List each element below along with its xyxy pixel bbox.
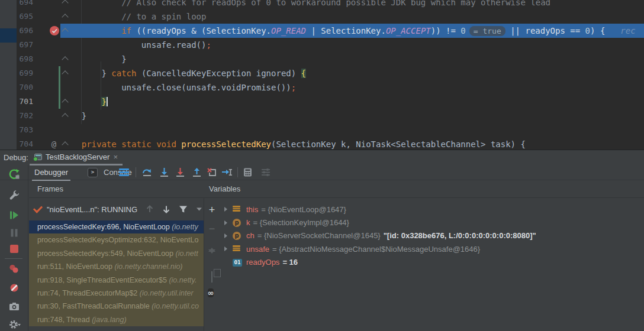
variable-name: ch <box>246 231 255 240</box>
code-line-698[interactable]: 698 } <box>0 52 644 66</box>
down-arrow-icon[interactable] <box>162 205 170 213</box>
line-number[interactable]: 697 <box>15 38 33 52</box>
tab-debugger-label: Debugger <box>34 168 68 177</box>
code-line-695[interactable]: 695 // to a spin loop <box>0 9 644 24</box>
thread-dump-camera-icon[interactable] <box>8 301 20 313</box>
line-number[interactable]: 699 <box>15 66 33 80</box>
code-text: } catch (CancelledKeyException ignored) … <box>62 66 644 80</box>
code-line-703[interactable]: 703 <box>0 123 644 137</box>
frame-location: processSelectedKeys:549, NioEventLoop <box>37 249 175 258</box>
line-number[interactable]: 703 <box>15 123 33 137</box>
thread-name: "nioEventL...n": RUNNING <box>47 205 137 214</box>
restore-layout-icon[interactable] <box>119 165 129 180</box>
evaluate-expression-icon[interactable] <box>243 165 253 180</box>
chevron-down-icon[interactable] <box>196 207 202 212</box>
frame-row[interactable]: run:511, NioEventLoop (io.netty.channel.… <box>29 260 204 273</box>
mute-breakpoints-icon[interactable] <box>8 282 20 294</box>
thread-selector[interactable]: "nioEventL...n": RUNNING <box>29 198 204 220</box>
code-lines: 694 // Also check for readOps of 0 to wo… <box>0 0 644 150</box>
code-line-702[interactable]: 702 } <box>0 109 644 123</box>
expand-arrow-icon[interactable] <box>224 207 227 212</box>
app-window-icon <box>34 154 42 160</box>
up-arrow-icon <box>146 205 154 213</box>
toolbar-separator <box>237 167 238 177</box>
frame-row[interactable]: processSelectedKeysOptimized:632, NioEve… <box>29 233 204 246</box>
settings-gear-icon[interactable] <box>8 319 20 330</box>
frame-row[interactable]: processSelectedKeys:549, NioEventLoop (i… <box>29 247 204 260</box>
line-number[interactable]: 698 <box>15 52 33 66</box>
view-breakpoints-icon[interactable] <box>8 263 20 275</box>
debug-header: Debug: TestBacklogServer × <box>0 150 644 165</box>
resume-icon[interactable] <box>8 209 20 221</box>
debug-toolbar: Debugger > Console <box>0 165 644 180</box>
primitive-value-icon: 01 <box>233 259 242 267</box>
step-into-icon[interactable] <box>159 165 169 180</box>
code-line-700[interactable]: 700 unsafe.close(unsafe.voidPromise()); <box>0 80 644 95</box>
code-line-699[interactable]: 699 } catch (CancelledKeyException ignor… <box>0 66 644 80</box>
variable-row[interactable]: pch= {NioServerSocketChannel@1645}"[id: … <box>220 229 644 242</box>
run-to-cursor-icon[interactable] <box>221 165 232 180</box>
filter-funnel-icon[interactable] <box>179 205 188 213</box>
frame-location: run:74, ThreadExecutorMap$2 <box>37 289 140 297</box>
expand-arrow-icon[interactable] <box>224 246 227 251</box>
variable-value: = {NioEventLoop@1647} <box>261 205 346 214</box>
line-number[interactable]: 702 <box>15 109 33 123</box>
frame-package: (io.netty <box>172 223 198 231</box>
parameter-icon: p <box>233 219 241 227</box>
variable-row[interactable]: 01readyOps= 16 <box>220 256 644 269</box>
code-text: // to a spin loop <box>62 9 644 24</box>
code-line-696[interactable]: 696 if ((readyOps & (SelectionKey.OP_REA… <box>0 24 644 38</box>
code-line-697[interactable]: 697 unsafe.read(); <box>0 38 644 52</box>
code-line-701[interactable]: 701 } <box>0 95 644 109</box>
frame-row[interactable]: run:918, SingleThreadEventExecutor$5 (io… <box>29 274 204 287</box>
annotation-gutter-icon: @ <box>49 137 59 150</box>
parameter-icon: p <box>233 232 241 240</box>
line-number[interactable]: 695 <box>15 9 33 24</box>
frame-row[interactable]: run:30, FastThreadLocalRunnable (io.nett… <box>29 300 204 313</box>
frame-package: (io.netty.channel.nio) <box>114 262 182 271</box>
close-icon[interactable]: × <box>113 153 118 161</box>
variable-row[interactable]: unsafe= {AbstractNioMessageChannel$NioMe… <box>220 242 644 255</box>
frame-row[interactable]: run:74, ThreadExecutorMap$2 (io.netty.ut… <box>29 287 204 300</box>
run-config-tab[interactable]: TestBacklogServer × <box>30 150 123 166</box>
tab-console-label: Console <box>101 168 134 177</box>
variables-panel: Variables this= {NioEventLoop@1647}pk= {… <box>204 180 644 331</box>
expand-arrow-icon[interactable] <box>224 233 227 238</box>
toolbar-separator <box>5 258 22 259</box>
line-number[interactable]: 704 <box>15 137 33 150</box>
frame-row[interactable]: processSelectedKey:696, NioEventLoop (io… <box>29 220 204 233</box>
run-config-tab-title: TestBacklogServer <box>46 152 110 161</box>
code-text: // Also check for readOps of 0 to workar… <box>62 0 644 9</box>
force-step-into-icon[interactable] <box>175 165 185 180</box>
tab-debugger[interactable]: Debugger <box>32 165 70 181</box>
wrench-icon[interactable] <box>8 189 20 201</box>
line-number[interactable]: 700 <box>15 80 33 95</box>
variable-name: readyOps <box>246 258 279 267</box>
code-text: if ((readyOps & (SelectionKey.OP_READ | … <box>62 24 644 38</box>
stop-icon[interactable] <box>8 243 20 255</box>
line-number[interactable]: 694 <box>15 0 33 9</box>
line-number[interactable]: 701 <box>15 95 33 109</box>
rerun-icon[interactable] <box>8 168 20 180</box>
breakpoint-icon[interactable] <box>50 26 59 35</box>
line-number[interactable]: 696 <box>15 24 33 38</box>
code-line-704[interactable]: 704@ private static void processSelected… <box>0 137 644 150</box>
variable-value: = {SelectionKeyImpl@1644} <box>253 218 349 227</box>
ide-window: 694 // Also check for readOps of 0 to wo… <box>0 0 644 331</box>
drop-frame-icon[interactable] <box>207 165 217 180</box>
variable-row[interactable]: this= {NioEventLoop@1647} <box>220 203 644 216</box>
variable-row[interactable]: pk= {SelectionKeyImpl@1644} <box>220 216 644 229</box>
code-editor[interactable]: 694 // Also check for readOps of 0 to wo… <box>0 0 644 150</box>
variable-string-value: "[id: 0x328be676, L:/0:0:0:0:0:0:0:0:808… <box>384 231 536 240</box>
code-text: unsafe.close(unsafe.voidPromise()); <box>62 80 644 95</box>
variables-panel-title: Variables <box>204 180 644 198</box>
frame-location: processSelectedKey:696, NioEventLoop <box>37 223 172 231</box>
expand-arrow-icon[interactable] <box>224 220 227 225</box>
layout-settings-icon <box>260 165 271 180</box>
frame-row[interactable]: run:748, Thread (java.lang) <box>29 313 204 326</box>
code-line-694[interactable]: 694 // Also check for readOps of 0 to wo… <box>0 0 644 9</box>
step-out-icon[interactable] <box>192 165 202 180</box>
debug-left-toolbar <box>0 165 28 331</box>
field-icon <box>233 245 242 253</box>
step-over-icon[interactable] <box>142 165 152 180</box>
